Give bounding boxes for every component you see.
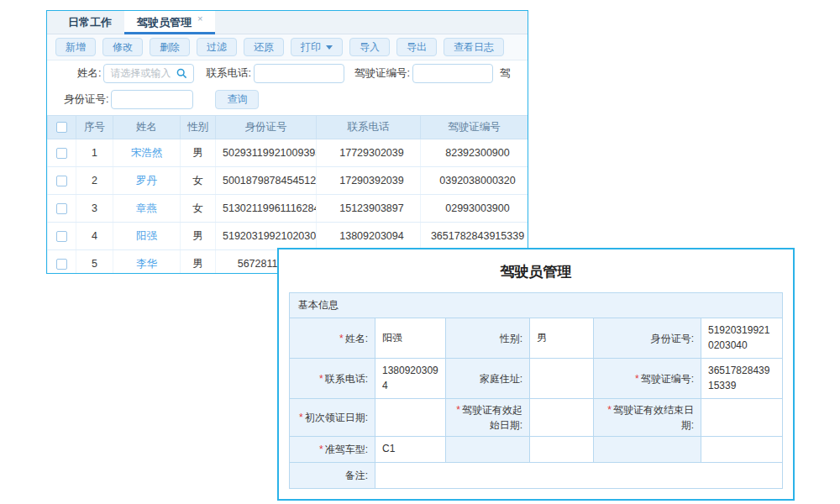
id-filter-label: 身份证号: bbox=[64, 92, 108, 107]
name-label: *姓名: bbox=[290, 318, 375, 359]
table-row: 3 章燕 女 513021199611162847 15123903897 02… bbox=[48, 195, 528, 223]
toolbar: 新增 修改 删除 过滤 还原 打印 导入 导出 查看日志 bbox=[47, 34, 528, 60]
first-issue-date-value bbox=[375, 399, 446, 437]
search-icon[interactable] bbox=[176, 68, 187, 79]
empty-label-cell bbox=[594, 437, 701, 463]
name-value: 阳强 bbox=[375, 318, 446, 359]
row-checkbox[interactable] bbox=[56, 231, 67, 242]
vehicle-type-value: C1 bbox=[375, 437, 446, 463]
license-filter-input[interactable] bbox=[412, 64, 493, 83]
driver-detail-form: *姓名: 阳强 性别: 男 身份证号: 519203199210203040 *… bbox=[289, 318, 783, 489]
empty-value-cell bbox=[530, 437, 594, 463]
col-header-id: 身份证号 bbox=[216, 116, 317, 139]
required-asterisk: * bbox=[635, 373, 639, 385]
address-value bbox=[530, 359, 594, 399]
cell-license: 0392038000320 bbox=[421, 167, 528, 195]
row-checkbox[interactable] bbox=[56, 259, 67, 270]
phone-filter-label: 联系电话: bbox=[206, 66, 250, 81]
cell-gender: 女 bbox=[181, 195, 216, 223]
address-label: 家庭住址: bbox=[446, 359, 530, 399]
form-row-4: *准驾车型: C1 bbox=[290, 437, 783, 463]
filter-row-1: 姓名: 请选择或输入 联系电话: 驾驶证编号: 驾 bbox=[57, 60, 528, 87]
cell-id: 502931199210093930 bbox=[216, 139, 317, 167]
row-checkbox[interactable] bbox=[56, 203, 67, 214]
restore-button[interactable]: 还原 bbox=[244, 38, 284, 56]
tab-close-icon[interactable]: × bbox=[197, 13, 202, 24]
cell-gender: 男 bbox=[181, 139, 216, 167]
query-button[interactable]: 查询 bbox=[215, 90, 259, 109]
name-filter-input[interactable]: 请选择或输入 bbox=[103, 64, 194, 83]
cell-no: 1 bbox=[76, 139, 113, 167]
cell-gender: 男 bbox=[181, 250, 216, 275]
table-row: 1 宋浩然 男 502931199210093930 17729302039 8… bbox=[48, 139, 528, 167]
required-asterisk: * bbox=[456, 404, 460, 416]
table-row: 2 罗丹 女 500187987845451245 17290392039 03… bbox=[48, 167, 528, 195]
remark-value bbox=[375, 463, 783, 489]
select-all-checkbox[interactable] bbox=[56, 122, 67, 133]
edit-button[interactable]: 修改 bbox=[102, 38, 143, 56]
table-row: 4 阳强 男 519203199210203040 13809203094 36… bbox=[48, 223, 528, 250]
section-header: 基本信息 bbox=[289, 292, 783, 318]
cell-no: 4 bbox=[76, 223, 113, 250]
valid-end-date-label: *驾驶证有效结束日期: bbox=[594, 399, 701, 437]
view-log-button[interactable]: 查看日志 bbox=[444, 38, 504, 56]
import-button[interactable]: 导入 bbox=[349, 38, 390, 56]
cell-id: 519203199210203040 bbox=[216, 223, 317, 250]
phone-value: 13809203094 bbox=[375, 359, 446, 399]
clipped-filter-label: 驾 bbox=[500, 66, 511, 81]
col-header-no: 序号 bbox=[76, 116, 113, 139]
print-button[interactable]: 打印 bbox=[291, 38, 343, 56]
col-header-name: 姓名 bbox=[113, 116, 181, 139]
dropdown-caret-icon bbox=[326, 45, 333, 50]
col-header-phone: 联系电话 bbox=[317, 116, 421, 139]
row-checkbox[interactable] bbox=[56, 148, 67, 159]
driver-name-link[interactable]: 阳强 bbox=[136, 230, 157, 242]
driver-detail-dialog: 驾驶员管理 基本信息 *姓名: 阳强 性别: 男 身份证号: 51920319 bbox=[277, 248, 795, 501]
phone-filter-input[interactable] bbox=[254, 64, 344, 83]
cell-license: 3651782843915339 bbox=[421, 223, 528, 250]
driver-name-link[interactable]: 罗丹 bbox=[136, 175, 157, 186]
add-button[interactable]: 新增 bbox=[55, 38, 96, 56]
form-row-2: *联系电话: 13809203094 家庭住址: *驾驶证编号: 3651782… bbox=[290, 359, 783, 399]
cell-no: 2 bbox=[76, 167, 113, 195]
form-row-3: *初次领证日期: *驾驶证有效起始日期: *驾驶证有效结束日期: bbox=[290, 399, 783, 437]
id-number-value: 519203199210203040 bbox=[701, 318, 783, 359]
cell-id: 500187987845451245 bbox=[216, 167, 317, 195]
driver-name-link[interactable]: 宋浩然 bbox=[131, 147, 163, 159]
filter-button[interactable]: 过滤 bbox=[197, 38, 237, 56]
tab-daily-work[interactable]: 日常工作 bbox=[55, 11, 124, 34]
remark-label: 备注: bbox=[290, 463, 375, 489]
driver-name-link[interactable]: 章燕 bbox=[136, 202, 157, 214]
filter-area: 姓名: 请选择或输入 联系电话: 驾驶证编号: 驾 身份证号: 查询 bbox=[47, 60, 528, 113]
cell-no: 5 bbox=[76, 250, 113, 275]
filter-row-2: 身份证号: 查询 bbox=[57, 87, 528, 113]
cell-phone: 17729302039 bbox=[317, 139, 421, 167]
dialog-title: 驾驶员管理 bbox=[279, 249, 793, 292]
required-asterisk: * bbox=[319, 373, 323, 385]
driver-management-window: 日常工作 驾驶员管理 × 新增 修改 删除 过滤 还原 打印 导入 导出 查看日… bbox=[46, 10, 528, 274]
col-header-gender: 性别 bbox=[181, 116, 216, 139]
required-asterisk: * bbox=[607, 404, 612, 416]
vehicle-type-label: *准驾车型: bbox=[290, 437, 375, 463]
tab-label: 日常工作 bbox=[68, 15, 112, 30]
tab-bar: 日常工作 驾驶员管理 × bbox=[47, 11, 528, 34]
name-filter-label: 姓名: bbox=[77, 66, 101, 81]
cell-no: 3 bbox=[76, 195, 113, 223]
col-header-license: 驾驶证编号 bbox=[421, 116, 528, 139]
license-no-label: *驾驶证编号: bbox=[594, 359, 701, 399]
tab-driver-management[interactable]: 驾驶员管理 × bbox=[124, 11, 215, 34]
gender-label: 性别: bbox=[446, 318, 530, 359]
valid-start-date-value bbox=[530, 399, 594, 437]
id-filter-input[interactable] bbox=[111, 90, 193, 109]
row-checkbox[interactable] bbox=[56, 176, 67, 186]
license-filter-label: 驾驶证编号: bbox=[354, 66, 410, 81]
delete-button[interactable]: 删除 bbox=[150, 38, 190, 56]
cell-phone: 15123903897 bbox=[317, 195, 421, 223]
valid-start-date-label: *驾驶证有效起始日期: bbox=[446, 399, 530, 437]
cell-id: 513021199611162847 bbox=[216, 195, 317, 223]
driver-name-link[interactable]: 李华 bbox=[136, 258, 157, 270]
cell-gender: 女 bbox=[181, 167, 216, 195]
cell-license: 82392300900 bbox=[421, 139, 528, 167]
valid-end-date-value bbox=[701, 399, 783, 437]
export-button[interactable]: 导出 bbox=[396, 38, 437, 56]
